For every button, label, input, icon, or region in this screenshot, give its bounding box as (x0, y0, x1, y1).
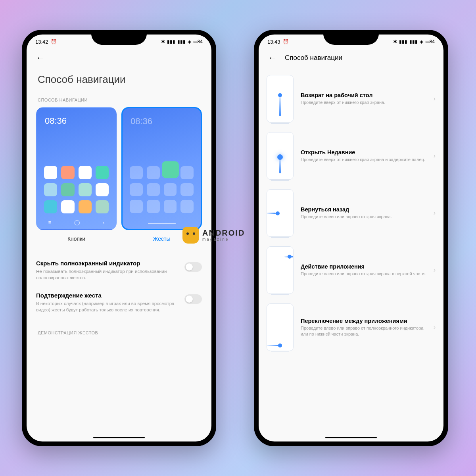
header: ← Способ навигации (259, 49, 443, 70)
header-title: Способ навигации (285, 54, 342, 62)
signal-icon: ▮▮▮ (399, 39, 407, 44)
chevron-right-icon: › (434, 152, 436, 159)
phone-mockup-right: 13:43 ⏰ ✱ ▮▮▮ ▮▮▮ ◈ ▭84 ← Способ навигац… (254, 30, 448, 446)
alarm-icon: ⏰ (283, 39, 289, 44)
battery-icon: ▭84 (193, 39, 203, 44)
signal-icon-2: ▮▮▮ (409, 39, 418, 44)
gesture-desc: Проведите влево или вправо от края экран… (301, 271, 426, 277)
alarm-icon: ⏰ (51, 39, 57, 44)
preview-time: 08:36 (131, 116, 152, 127)
nav-mode-gestures[interactable]: 08:36 Жесты (121, 107, 202, 242)
notch (323, 35, 379, 45)
header: ← (27, 49, 211, 70)
gesture-item-switch-apps[interactable]: Переключение между приложениями Проведит… (259, 299, 443, 356)
setting-title: Подтверждение жеста (36, 292, 178, 299)
gesture-item-app-action[interactable]: Действие приложения Проведите влево или … (259, 242, 443, 299)
home-indicator[interactable] (93, 437, 145, 438)
page-title: Способ навигации (27, 70, 211, 94)
preview-time: 08:36 (45, 116, 67, 126)
chevron-right-icon: › (434, 267, 436, 274)
gesture-thumb-icon (267, 246, 294, 294)
watermark: ANDROID magazine (182, 227, 245, 244)
status-time: 13:43 (267, 39, 280, 45)
divider (36, 251, 202, 251)
back-button[interactable]: ← (268, 53, 277, 63)
chevron-right-icon: › (434, 95, 436, 102)
bluetooth-icon: ✱ (393, 39, 397, 44)
status-time: 13:42 (35, 39, 48, 45)
mode-label-buttons: Кнопки (67, 236, 85, 242)
wifi-icon: ◈ (420, 39, 423, 44)
signal-icon-2: ▮▮▮ (177, 39, 186, 44)
watermark-brand: ANDROID (202, 229, 245, 237)
gesture-desc: Проведите вверх от нижнего края экрана. (301, 100, 426, 106)
chevron-right-icon: › (434, 209, 436, 217)
section-caption-demo: ДЕМОНСТРАЦИЯ ЖЕСТОВ (27, 326, 211, 340)
gesture-title: Возврат на рабочий стол (301, 92, 426, 98)
setting-confirm-gesture[interactable]: Подтверждение жеста В некоторых случаях … (27, 286, 211, 319)
gesture-title: Вернуться назад (301, 206, 426, 213)
gesture-desc: Проведите влево или вправо от полноэкран… (301, 325, 426, 337)
mode-label-gestures: Жесты (153, 236, 170, 242)
screen: 13:43 ⏰ ✱ ▮▮▮ ▮▮▮ ◈ ▭84 ← Способ навигац… (259, 35, 443, 441)
gesture-thumb-icon (267, 189, 294, 237)
android-mascot-icon (182, 227, 199, 244)
nav-mode-selector: 08:36 ≡◯‹ Кнопки 08:36 (27, 107, 211, 242)
toggle-confirm-gesture[interactable] (184, 294, 202, 304)
gesture-thumb-icon (267, 303, 294, 351)
battery-icon: ▭84 (425, 39, 435, 44)
watermark-sub: magazine (202, 238, 245, 242)
gesture-title: Открыть Недавние (301, 149, 426, 155)
gesture-title: Переключение между приложениями (301, 318, 426, 324)
gesture-item-back[interactable]: Вернуться назад Проведите влево или впра… (259, 184, 443, 242)
gesture-item-home[interactable]: Возврат на рабочий стол Проведите вверх … (259, 70, 443, 127)
toggle-hide-indicator[interactable] (184, 262, 202, 272)
nav-mode-buttons[interactable]: 08:36 ≡◯‹ Кнопки (36, 107, 117, 242)
setting-hide-indicator[interactable]: Скрыть полноэкранный индикатор Не показы… (27, 254, 211, 286)
bluetooth-icon: ✱ (161, 39, 165, 44)
setting-title: Скрыть полноэкранный индикатор (36, 260, 178, 267)
section-caption-nav-mode: СПОСОБ НАВИГАЦИИ (27, 94, 211, 107)
gesture-thumb-icon (267, 132, 294, 180)
chevron-right-icon: › (434, 324, 436, 331)
setting-desc: Не показывать полноэкранный индикатор пр… (36, 268, 178, 281)
home-indicator[interactable] (325, 437, 377, 438)
gesture-indicator-icon (148, 223, 176, 224)
back-button[interactable]: ← (36, 53, 45, 63)
gesture-desc: Проведите влево или вправо от края экран… (301, 214, 426, 220)
gesture-thumb-icon (267, 75, 294, 123)
gesture-title: Действие приложения (301, 263, 426, 270)
gesture-item-recent[interactable]: Открыть Недавние Проведите вверх от нижн… (259, 127, 443, 184)
setting-desc: В некоторых случаях (например в играх ил… (36, 300, 178, 313)
wifi-icon: ◈ (188, 39, 191, 44)
signal-icon: ▮▮▮ (167, 39, 175, 44)
notch (91, 35, 147, 45)
gesture-desc: Проведите вверх от нижнего края экрана и… (301, 157, 426, 163)
nav-buttons-icons: ≡◯‹ (37, 219, 116, 225)
